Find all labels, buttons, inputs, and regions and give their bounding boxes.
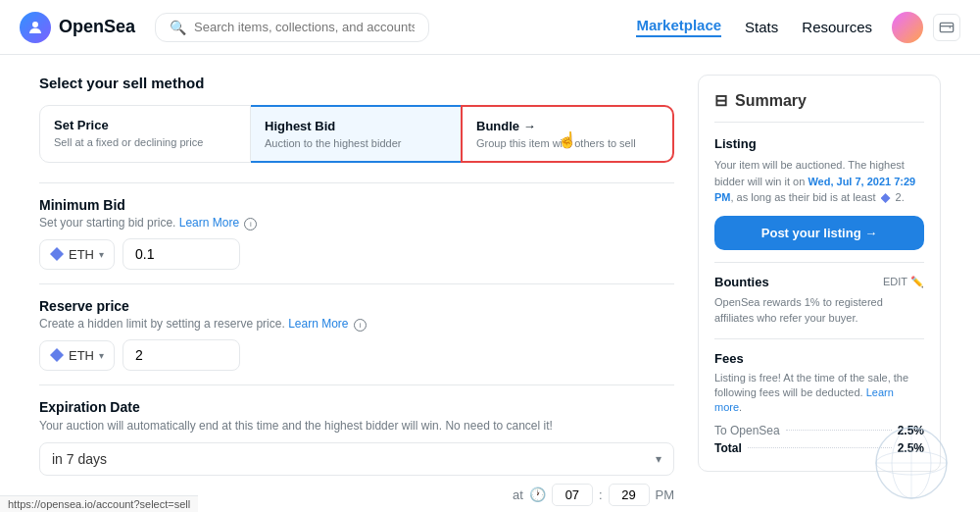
method-desc: Auction to the highest bidder xyxy=(265,137,447,149)
method-bundle[interactable]: Bundle → Group this item with others to … xyxy=(461,105,674,163)
left-panel: Select your sell method Set Price Sell a… xyxy=(39,75,674,492)
minimum-bid-input[interactable] xyxy=(122,238,240,270)
chevron-down-icon: ▾ xyxy=(99,249,104,260)
right-panel: ⊟ Summary Listing Your item will be auct… xyxy=(698,75,941,492)
listing-text: Your item will be auctioned. The highest… xyxy=(714,157,924,206)
logo-icon xyxy=(20,12,51,43)
summary-title: Summary xyxy=(735,92,807,110)
total-label: Total xyxy=(714,441,742,455)
at-label: at xyxy=(513,487,523,502)
header-actions xyxy=(892,12,960,43)
minimum-bid-label: Minimum Bid xyxy=(39,197,674,213)
fees-desc: Listing is free! At the time of the sale… xyxy=(714,371,924,416)
svg-rect-1 xyxy=(940,23,953,31)
expiration-date-field: Expiration Date Your auction will automa… xyxy=(39,384,674,512)
svg-point-0 xyxy=(32,22,38,27)
method-desc: Sell at a fixed or declining price xyxy=(54,136,236,148)
minimum-bid-desc: Set your starting bid price. Learn More … xyxy=(39,216,674,230)
expiration-value: in 7 days xyxy=(52,451,107,467)
info-icon: i xyxy=(244,218,257,230)
post-listing-button[interactable]: Post your listing → xyxy=(714,216,924,250)
search-icon: 🔍 xyxy=(170,20,186,35)
clock-icon: 🕐 xyxy=(529,486,546,502)
minimum-bid-desc-text: Set your starting bid price. xyxy=(39,216,179,230)
method-title: Highest Bid xyxy=(265,119,447,133)
minimum-bid-learn-more[interactable]: Learn More xyxy=(179,216,239,230)
reserve-price-input-row: ETH ▾ xyxy=(39,339,674,371)
reserve-desc-text: Create a hidden limit by setting a reser… xyxy=(39,317,288,331)
chevron-down-icon-3: ▾ xyxy=(656,452,662,466)
reserve-price-input[interactable] xyxy=(122,339,240,371)
listing-section: Listing Your item will be auctioned. The… xyxy=(714,136,924,263)
minimum-bid-field: Minimum Bid Set your starting bid price.… xyxy=(39,182,674,283)
eth-small-icon xyxy=(881,193,891,203)
time-period: PM xyxy=(656,487,675,502)
listing-title: Listing xyxy=(714,136,924,151)
header: OpenSea 🔍 Marketplace Stats Resources xyxy=(0,0,980,55)
logo-text: OpenSea xyxy=(59,17,135,37)
reserve-price-field: Reserve price Create a hidden limit by s… xyxy=(39,283,674,384)
post-listing-label: Post your listing → xyxy=(761,226,877,240)
sell-methods: Set Price Sell at a fixed or declining p… xyxy=(39,105,674,163)
listing-text-2: , as long as their bid is at least xyxy=(731,191,876,203)
wallet-icon xyxy=(939,20,955,35)
listing-min: 2 xyxy=(896,191,902,203)
expiration-desc: Your auction will automatically end at t… xyxy=(39,418,674,435)
eth-diamond-icon xyxy=(50,247,64,261)
bounties-title: Bounties xyxy=(714,275,769,289)
reserve-price-desc: Create a hidden limit by setting a reser… xyxy=(39,317,674,332)
bounties-section: Bounties EDIT ✏️ OpenSea rewards 1% to r… xyxy=(714,275,924,339)
status-url: https://opensea.io/account?select=sell xyxy=(8,498,190,510)
wallet-button[interactable] xyxy=(933,14,960,41)
fees-title: Fees xyxy=(714,351,924,366)
time-separator: : xyxy=(599,487,603,502)
method-highest-bid[interactable]: Highest Bid Auction to the highest bidde… xyxy=(251,105,461,163)
expiration-label: Expiration Date xyxy=(39,399,674,415)
eth-selector-bid[interactable]: ETH ▾ xyxy=(39,239,115,270)
reserve-info-icon: i xyxy=(354,319,367,332)
eth-selector-reserve[interactable]: ETH ▾ xyxy=(39,340,115,371)
to-opensea-label: To OpenSea xyxy=(714,424,780,437)
search-bar[interactable]: 🔍 xyxy=(155,13,429,42)
main-content: Select your sell method Set Price Sell a… xyxy=(0,55,980,512)
reserve-learn-more[interactable]: Learn More xyxy=(288,317,348,331)
logo[interactable]: OpenSea xyxy=(20,12,135,43)
search-input[interactable] xyxy=(194,20,415,34)
main-nav: Marketplace Stats Resources xyxy=(636,17,872,37)
section-title: Select your sell method xyxy=(39,75,674,91)
nav-stats[interactable]: Stats xyxy=(745,19,778,35)
summary-card: ⊟ Summary Listing Your item will be auct… xyxy=(698,75,941,472)
eth-currency: ETH xyxy=(69,247,94,262)
summary-header: ⊟ Summary xyxy=(714,91,924,123)
total-dotted-line xyxy=(748,447,892,448)
bounties-header-row: Bounties EDIT ✏️ xyxy=(714,275,924,289)
chevron-down-icon-2: ▾ xyxy=(99,350,104,361)
nav-resources[interactable]: Resources xyxy=(802,19,872,35)
edit-button[interactable]: EDIT ✏️ xyxy=(883,276,924,288)
time-hour-input[interactable] xyxy=(552,484,593,506)
bounties-text: OpenSea rewards 1% to registered affilia… xyxy=(714,294,924,327)
cursor-indicator: ☝ xyxy=(558,130,577,149)
method-title: Set Price xyxy=(54,118,236,132)
eth-currency-2: ETH xyxy=(69,348,94,363)
nav-marketplace[interactable]: Marketplace xyxy=(636,17,721,37)
time-minute-input[interactable] xyxy=(609,484,650,506)
method-set-price[interactable]: Set Price Sell at a fixed or declining p… xyxy=(39,105,251,163)
edit-pencil-icon: ✏️ xyxy=(910,276,924,288)
reserve-price-label: Reserve price xyxy=(39,298,674,314)
minimum-bid-input-row: ETH ▾ xyxy=(39,238,674,270)
edit-label: EDIT xyxy=(883,276,907,287)
eth-diamond-icon-2 xyxy=(50,348,64,362)
globe-decoration xyxy=(872,424,951,502)
summary-icon: ⊟ xyxy=(714,91,727,110)
status-bar: https://opensea.io/account?select=sell xyxy=(0,495,198,512)
avatar[interactable] xyxy=(892,12,923,43)
expiration-select[interactable]: in 7 days ▾ xyxy=(39,442,674,476)
